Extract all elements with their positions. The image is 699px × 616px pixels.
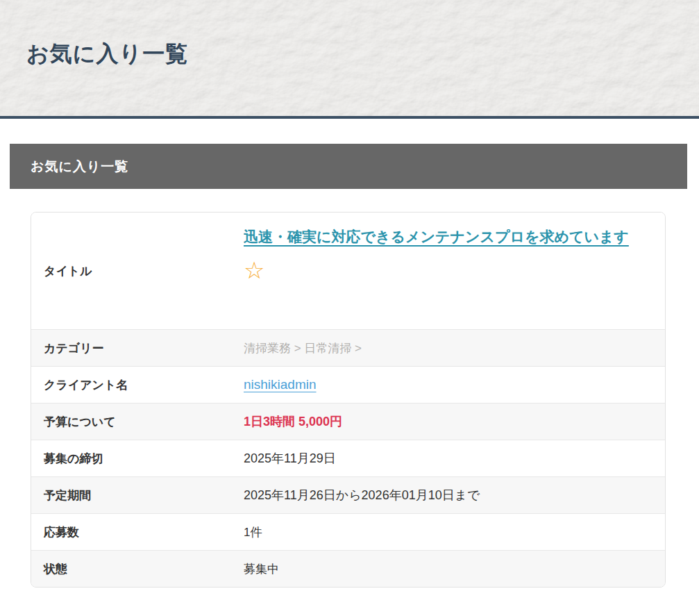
table-row-applications: 応募数 1件 bbox=[31, 513, 665, 550]
job-title-link[interactable]: 迅速・確実に対応できるメンテナンスプロを求めています bbox=[244, 224, 629, 250]
period-value: 2025年11月26日から2026年01月10日まで bbox=[244, 477, 665, 513]
table-row-period: 予定期間 2025年11月26日から2026年01月10日まで bbox=[31, 476, 665, 513]
deadline-label: 募集の締切 bbox=[31, 440, 244, 476]
table-row-title: タイトル 迅速・確実に対応できるメンテナンスプロを求めています ☆ bbox=[31, 213, 665, 329]
section-heading: お気に入り一覧 bbox=[31, 158, 128, 176]
table-row-budget: 予算について 1日3時間 5,000円 bbox=[31, 403, 665, 440]
status-label: 状態 bbox=[31, 551, 244, 587]
applications-value: 1件 bbox=[244, 514, 665, 550]
section-bar: お気に入り一覧 bbox=[10, 144, 687, 189]
client-value-cell: nishikiadmin bbox=[244, 367, 665, 403]
deadline-value: 2025年11月29日 bbox=[244, 440, 665, 476]
page-title: お気に入り一覧 bbox=[26, 39, 188, 69]
title-label: タイトル bbox=[31, 213, 244, 329]
budget-value: 1日3時間 5,000円 bbox=[244, 403, 665, 440]
category-label: カテゴリー bbox=[31, 330, 244, 366]
status-value: 募集中 bbox=[244, 551, 665, 587]
title-value-cell: 迅速・確実に対応できるメンテナンスプロを求めています ☆ bbox=[244, 213, 665, 329]
budget-label: 予算について bbox=[31, 403, 244, 440]
client-link[interactable]: nishikiadmin bbox=[244, 377, 317, 392]
page-header: お気に入り一覧 bbox=[0, 0, 699, 119]
table-row-status: 状態 募集中 bbox=[31, 550, 665, 587]
table-row-category: カテゴリー 清掃業務 > 日常清掃 > bbox=[31, 329, 665, 366]
category-breadcrumb: 清掃業務 > 日常清掃 > bbox=[244, 330, 665, 366]
favorite-star-icon[interactable]: ☆ bbox=[244, 258, 264, 282]
applications-label: 応募数 bbox=[31, 514, 244, 550]
table-row-client: クライアント名 nishikiadmin bbox=[31, 366, 665, 403]
client-label: クライアント名 bbox=[31, 367, 244, 403]
favorites-card: タイトル 迅速・確実に対応できるメンテナンスプロを求めています ☆ カテゴリー … bbox=[31, 212, 666, 588]
table-row-deadline: 募集の締切 2025年11月29日 bbox=[31, 440, 665, 476]
period-label: 予定期間 bbox=[31, 477, 244, 513]
